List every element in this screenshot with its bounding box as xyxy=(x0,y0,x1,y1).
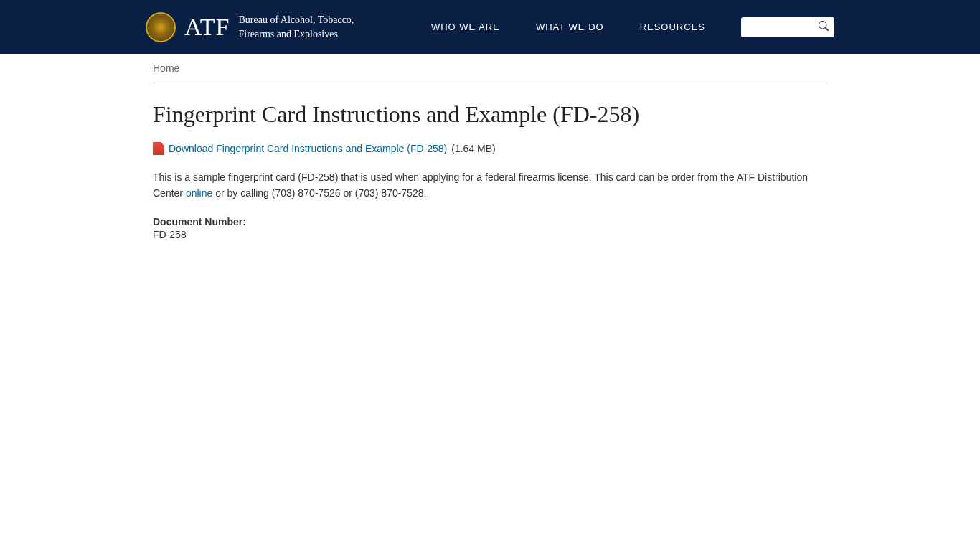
bureau-line-2: Firearms and Explosives xyxy=(238,27,354,42)
document-number-value: FD-258 xyxy=(153,229,827,240)
description-after: or by calling (703) 870-7526 or (703) 87… xyxy=(212,187,426,199)
search-box xyxy=(741,17,834,37)
download-row: Download Fingerprint Card Instructions a… xyxy=(153,142,827,155)
bureau-name: Bureau of Alcohol, Tobacco, Firearms and… xyxy=(238,13,354,41)
description-paragraph: This is a sample fingerprint card (FD-25… xyxy=(153,169,827,202)
bureau-line-1: Bureau of Alcohol, Tobacco, xyxy=(238,13,354,27)
breadcrumb-home[interactable]: Home xyxy=(153,62,179,74)
online-link[interactable]: online xyxy=(186,187,212,199)
document-number-label: Document Number: xyxy=(153,216,827,227)
nav-search-group: WHO WE ARE WHAT WE DO RESOURCES xyxy=(431,17,834,37)
search-icon[interactable] xyxy=(819,21,829,34)
nav-who-we-are[interactable]: WHO WE ARE xyxy=(431,22,500,32)
header-container: ATF Bureau of Alcohol, Tobacco, Firearms… xyxy=(146,12,834,42)
main-nav: WHO WE ARE WHAT WE DO RESOURCES xyxy=(431,22,705,32)
breadcrumb: Home xyxy=(153,54,827,83)
document-number-section: Document Number: FD-258 xyxy=(153,216,827,240)
atf-seal-icon xyxy=(146,12,176,42)
content-container: Home Fingerprint Card Instructions and E… xyxy=(146,54,834,240)
logo-text: ATF xyxy=(184,14,230,41)
download-link[interactable]: Download Fingerprint Card Instructions a… xyxy=(169,143,447,154)
file-size: (1.64 MB) xyxy=(451,143,495,154)
nav-what-we-do[interactable]: WHAT WE DO xyxy=(536,22,604,32)
site-header: ATF Bureau of Alcohol, Tobacco, Firearms… xyxy=(0,0,980,54)
pdf-icon xyxy=(153,142,164,155)
logo-group[interactable]: ATF Bureau of Alcohol, Tobacco, Firearms… xyxy=(146,12,354,42)
page-title: Fingerprint Card Instructions and Exampl… xyxy=(153,101,827,128)
nav-resources[interactable]: RESOURCES xyxy=(640,22,705,32)
